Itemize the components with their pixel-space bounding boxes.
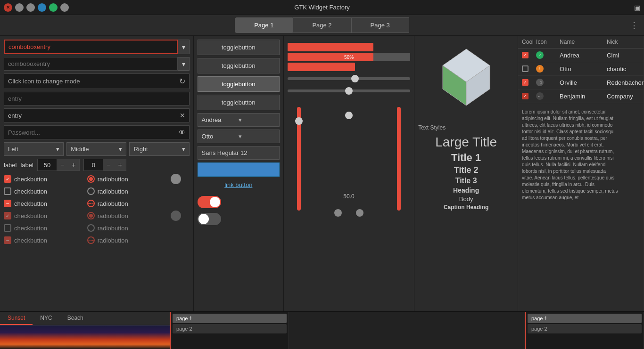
list-icon-4: ⋯ — [536, 92, 544, 100]
middle-dropdown-value: Middle — [71, 146, 89, 153]
toggle-1[interactable] — [171, 174, 181, 184]
tab-page2[interactable]: Page 2 — [293, 17, 351, 33]
font-button[interactable]: Sans Regular 12 — [198, 146, 280, 160]
toggle-switch-on[interactable] — [198, 196, 221, 208]
combobox-entry-input[interactable] — [4, 40, 178, 54]
radio-3[interactable]: − — [87, 200, 95, 207]
page-tab-left-1[interactable]: page 1 — [173, 314, 287, 323]
dot3-button[interactable] — [26, 3, 35, 12]
radio-2[interactable] — [87, 187, 95, 195]
show-password-button[interactable]: 👁 — [179, 129, 185, 136]
checkbox-6[interactable] — [4, 236, 11, 244]
toggle-btn-1[interactable]: togglebutton — [198, 40, 280, 55]
list-name-2: Otto — [560, 65, 607, 73]
slider-1-thumb[interactable] — [351, 75, 359, 82]
dot6-button[interactable] — [60, 3, 69, 12]
color-bar[interactable] — [198, 162, 280, 177]
menu-icon[interactable]: ⋮ — [630, 20, 638, 31]
page-tab-right-1[interactable]: page 1 — [528, 314, 642, 323]
image-tab-sunset[interactable]: Sunset — [0, 312, 33, 325]
otto-dropdown[interactable]: Otto ▾ — [198, 130, 280, 143]
page-tab-right-2[interactable]: page 2 — [528, 324, 642, 333]
right-dropdown[interactable]: Right ▾ — [129, 142, 189, 156]
tab-page1[interactable]: Page 1 — [235, 17, 293, 33]
combobox-dropdown-btn[interactable]: ▾ — [178, 40, 190, 54]
spinner-input2[interactable] — [84, 162, 103, 169]
link-button[interactable]: link button — [223, 179, 254, 190]
combobox-plain-input[interactable] — [4, 57, 178, 71]
list-check-4[interactable] — [522, 93, 528, 99]
list-row-benjamin[interactable]: ⋯ Benjamin Company — [518, 89, 644, 103]
password-input[interactable] — [8, 129, 179, 136]
checkbox-2[interactable] — [4, 187, 11, 195]
progress-bar-3 — [288, 63, 355, 71]
radio-item-2[interactable]: radiobutton — [87, 187, 167, 195]
check-item-1[interactable]: checkbutton — [4, 175, 83, 183]
spinner-increment2[interactable]: + — [115, 159, 126, 170]
spinner-input1[interactable] — [38, 162, 57, 169]
dot4-button[interactable] — [38, 3, 46, 12]
checkbox-4[interactable] — [4, 212, 11, 219]
radio-item-4[interactable]: radiobutton — [87, 212, 167, 219]
slider-2-thumb[interactable] — [345, 87, 353, 95]
image-tab-nyc[interactable]: NYC — [33, 312, 59, 325]
check-item-2[interactable]: checkbutton — [4, 187, 83, 195]
check-item-6[interactable]: checkbutton — [4, 236, 83, 244]
radio-label-5: radiobutton — [98, 225, 128, 232]
progress-bar-1 — [288, 43, 373, 51]
radio-item-1[interactable]: radiobutton — [87, 175, 167, 183]
spinner-decrement1[interactable]: − — [57, 159, 68, 170]
dot5-button[interactable] — [49, 3, 58, 12]
checkbox-3[interactable] — [4, 200, 11, 207]
radio-6[interactable]: − — [87, 236, 95, 244]
h-thumb-right[interactable] — [356, 209, 363, 217]
check-item-5[interactable]: checkbutton — [4, 224, 83, 232]
v-slider-red-thumb[interactable] — [295, 117, 303, 125]
h-thumb-left[interactable] — [334, 209, 342, 217]
v-sliders-area: 50.0 — [288, 102, 410, 308]
check-item-3[interactable]: checkbutton — [4, 200, 83, 207]
spinner-increment1[interactable]: + — [68, 159, 79, 170]
entry-clear-button[interactable]: ✕ — [180, 112, 185, 119]
list-row-otto[interactable]: ! Otto chaotic — [518, 62, 644, 76]
toggle-btn-4[interactable]: togglebutton — [198, 95, 280, 110]
image-tab-beach[interactable]: Beach — [60, 312, 91, 325]
radio-item-3[interactable]: − radiobutton — [87, 200, 167, 207]
toggle-btn-2[interactable]: togglebutton — [198, 58, 280, 73]
slider-1[interactable] — [288, 74, 410, 83]
radio-1[interactable] — [87, 175, 95, 183]
list-check-1[interactable] — [522, 52, 528, 58]
list-check-3[interactable] — [522, 79, 528, 86]
list-row-orville[interactable]: ☽ Orville Redenbacher — [518, 76, 644, 89]
radio-5[interactable] — [87, 224, 95, 232]
radio-4[interactable] — [87, 212, 95, 219]
radio-item-5[interactable]: radiobutton — [87, 224, 167, 232]
list-check-2[interactable] — [522, 65, 528, 72]
text-large-title: Large Title — [418, 135, 514, 150]
toggle-switch-off[interactable] — [198, 213, 221, 225]
toggle-2[interactable] — [171, 211, 181, 221]
v-slider-red2 — [397, 107, 401, 303]
checkbox-5[interactable] — [4, 224, 11, 232]
check-item-4[interactable]: checkbutton — [4, 212, 83, 219]
checkbox-1[interactable] — [4, 175, 11, 183]
entry-empty-input[interactable] — [8, 95, 185, 102]
icon-mode-button[interactable]: ↻ — [179, 77, 185, 86]
entry-value-input[interactable] — [8, 112, 180, 119]
restore-btn[interactable]: ▣ — [634, 4, 640, 11]
slider-2[interactable] — [288, 86, 410, 96]
page-tab-left-2[interactable]: page 2 — [173, 324, 287, 333]
combobox-plain-dropdown-btn[interactable]: ▾ — [178, 57, 190, 71]
list-nick-3: Redenbacher — [607, 79, 644, 86]
toggle-btn-3[interactable]: togglebutton — [198, 76, 280, 92]
radio-item-6[interactable]: − radiobutton — [87, 236, 167, 244]
left-dropdown[interactable]: Left ▾ — [4, 142, 64, 156]
v-slider-center-thumb-top[interactable] — [345, 112, 353, 119]
spinner-decrement2[interactable]: − — [103, 159, 114, 170]
close-button[interactable]: ✕ — [4, 3, 12, 12]
andrea-dropdown[interactable]: Andrea ▾ — [198, 113, 280, 127]
list-row-andrea[interactable]: ✓ Andrea Cimi — [518, 49, 644, 62]
tab-page3[interactable]: Page 3 — [351, 17, 409, 33]
middle-dropdown[interactable]: Middle ▾ — [66, 142, 126, 156]
dot2-button[interactable] — [15, 3, 24, 12]
